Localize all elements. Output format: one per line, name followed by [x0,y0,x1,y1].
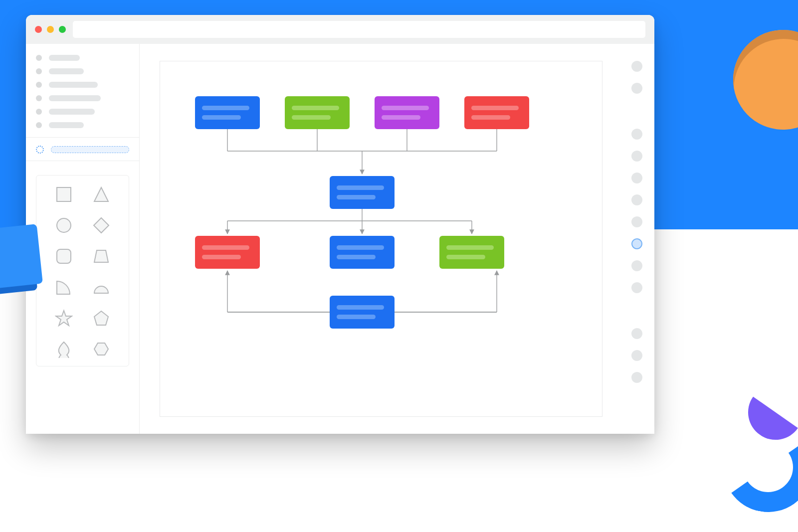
bullet-icon [36,109,42,115]
node-line [337,245,384,250]
selected-style-row[interactable] [26,138,139,161]
svg-marker-8 [94,343,108,355]
svg-rect-4 [57,249,71,263]
quarter-pie-icon [55,278,73,296]
svg-marker-1 [94,187,108,201]
dashed-circle-icon [36,146,44,154]
address-bar[interactable] [73,21,645,38]
svg-marker-3 [94,218,109,233]
tool-dot[interactable] [631,83,642,94]
minimize-button[interactable] [47,26,54,33]
flow-node-c2[interactable] [330,236,395,269]
bullet-icon [36,122,42,128]
diagram-canvas[interactable] [160,61,602,417]
bullet-icon [36,95,42,101]
node-line [202,106,249,110]
svg-marker-7 [94,311,108,325]
tool-dot[interactable] [631,216,642,227]
node-line [337,255,376,259]
square-icon [55,185,73,203]
circle-shape[interactable] [54,215,74,235]
window-controls [35,26,66,33]
teardrop-icon [55,340,73,358]
close-button[interactable] [35,26,42,33]
tool-dot[interactable] [631,282,642,293]
menu-item[interactable] [36,82,129,88]
node-line [337,195,376,199]
menu-label-placeholder [49,95,101,101]
flow-node-a3[interactable] [375,96,439,129]
node-line [471,106,519,110]
menu-item[interactable] [36,95,129,101]
node-line [382,115,420,120]
zoom-button[interactable] [59,26,66,33]
tool-dot[interactable] [631,260,642,271]
tool-dot[interactable] [631,129,642,140]
dashed-bar-icon [51,146,129,153]
triangle-shape[interactable] [91,184,111,204]
flow-node-c1[interactable] [195,236,260,269]
half-pie-shape[interactable] [91,277,111,297]
flow-node-a4[interactable] [464,96,529,129]
tool-dot[interactable] [631,328,642,339]
menu-label-placeholder [49,68,84,74]
svg-rect-0 [57,187,71,201]
square-shape[interactable] [54,184,74,204]
tool-dot[interactable] [631,173,642,183]
flow-node-a2[interactable] [285,96,350,129]
flow-node-c3[interactable] [439,236,504,269]
node-line [202,115,241,120]
flow-node-d1[interactable] [330,296,395,329]
hexagon-icon [92,340,110,358]
tool-dot[interactable] [631,350,642,361]
tool-dot[interactable] [631,372,642,383]
flow-node-a1[interactable] [195,96,260,129]
canvas-area [140,44,619,434]
menu-item[interactable] [36,68,129,74]
svg-marker-6 [56,311,72,326]
node-line [446,255,485,259]
hexagon-shape[interactable] [91,339,111,359]
workspace [26,44,654,434]
tool-dot[interactable] [631,151,642,162]
bullet-icon [36,82,42,88]
menu-item[interactable] [36,55,129,61]
tool-dot[interactable] [631,238,642,249]
node-line [337,305,384,310]
tool-dot[interactable] [631,194,642,205]
menu-item[interactable] [36,122,129,128]
node-line [337,185,384,190]
diamond-shape[interactable] [91,215,111,235]
left-sidebar [26,44,140,434]
star-shape[interactable] [54,308,74,328]
pentagon-icon [92,309,110,327]
svg-marker-5 [94,250,108,262]
trapezoid-icon [92,247,110,265]
node-line [471,115,510,120]
rounded-square-icon [55,247,73,265]
diamond-icon [92,216,110,234]
menu-item[interactable] [36,109,129,115]
pentagon-shape[interactable] [91,308,111,328]
svg-point-2 [57,218,71,232]
menu-label-placeholder [49,82,98,88]
node-line [292,115,331,120]
menu-label-placeholder [49,109,95,115]
menu-label-placeholder [49,55,80,61]
star-icon [55,309,73,327]
app-window [26,15,654,434]
flow-node-b1[interactable] [330,176,395,209]
shape-palette [36,175,129,366]
menu-label-placeholder [49,122,84,128]
tool-dot[interactable] [631,61,642,72]
rounded-square-shape[interactable] [54,246,74,266]
node-line [202,245,249,250]
teardrop-shape[interactable] [54,339,74,359]
quarter-pie-shape[interactable] [54,277,74,297]
node-line [292,106,339,110]
bullet-icon [36,55,42,61]
right-toolbar [619,44,654,434]
trapezoid-shape[interactable] [91,246,111,266]
triangle-icon [92,185,110,203]
deco-cube-blue [0,224,43,290]
